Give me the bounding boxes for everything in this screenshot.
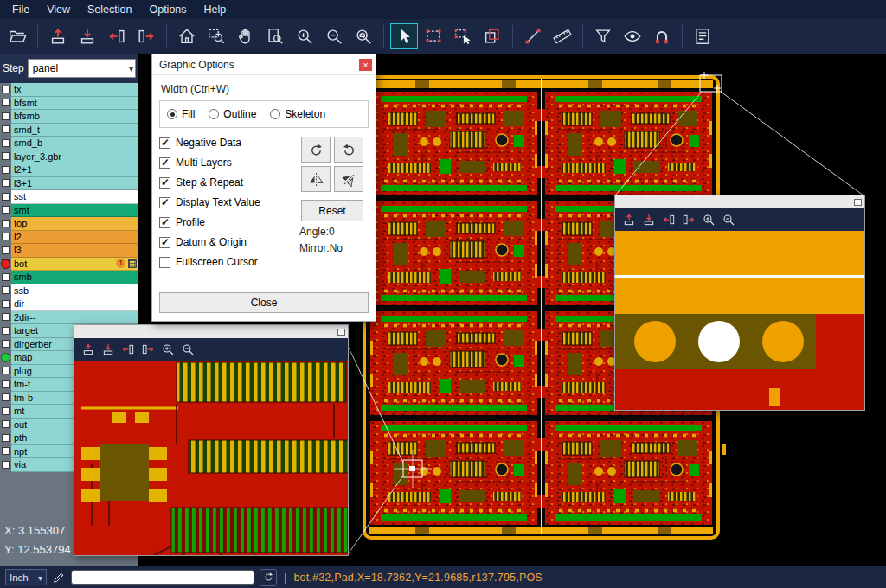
layer-visibility-checkbox[interactable] bbox=[2, 166, 10, 174]
menu-item[interactable]: Options bbox=[140, 0, 195, 19]
layer-visibility-checkbox[interactable] bbox=[2, 125, 10, 133]
zoom-out-button[interactable] bbox=[722, 213, 735, 227]
layer-visibility-checkbox[interactable] bbox=[2, 246, 10, 254]
import-left-button[interactable] bbox=[662, 213, 676, 227]
dialog-title-bar[interactable]: Graphic Options bbox=[152, 54, 376, 75]
snapshot-button[interactable] bbox=[478, 23, 506, 49]
layer-row[interactable]: smd_t bbox=[0, 124, 138, 137]
layer-visibility-checkbox[interactable] bbox=[2, 300, 10, 308]
magnifier-title-bar[interactable] bbox=[615, 195, 864, 208]
zoom-in-button[interactable] bbox=[291, 23, 318, 49]
net-highlight-button[interactable] bbox=[648, 23, 676, 49]
layer-visibility-checkbox[interactable] bbox=[2, 434, 10, 442]
layer-row[interactable]: sst bbox=[0, 190, 138, 204]
layer-row[interactable]: 2dir-- bbox=[0, 311, 138, 325]
layer-row[interactable]: l3 bbox=[0, 244, 138, 258]
export-right-button[interactable] bbox=[132, 23, 160, 49]
layer-visibility-checkbox[interactable] bbox=[2, 112, 10, 120]
layer-visibility-checkbox[interactable] bbox=[2, 286, 10, 294]
layer-row[interactable]: l2 bbox=[0, 231, 138, 245]
marquee-select-button[interactable] bbox=[420, 23, 447, 49]
layer-visibility-checkbox[interactable] bbox=[2, 139, 10, 147]
layer-visibility-checkbox[interactable] bbox=[2, 447, 10, 455]
layer-visibility-checkbox[interactable] bbox=[2, 233, 10, 240]
layer-visibility-checkbox[interactable] bbox=[2, 313, 10, 321]
ruler-button[interactable] bbox=[549, 23, 576, 49]
magnifier-title-bar[interactable] bbox=[74, 325, 348, 338]
zoom-region-button[interactable] bbox=[202, 23, 230, 49]
display-option[interactable]: Multi Layers bbox=[159, 157, 296, 169]
radio-button[interactable] bbox=[270, 109, 280, 119]
checkbox[interactable] bbox=[159, 157, 170, 169]
menu-item[interactable]: Help bbox=[196, 0, 235, 19]
layer-visibility-checkbox[interactable] bbox=[2, 407, 10, 415]
measure-line-button[interactable] bbox=[519, 23, 547, 49]
zoom-in-button[interactable] bbox=[702, 213, 716, 227]
report-button[interactable] bbox=[689, 23, 716, 49]
layer-visibility-checkbox[interactable] bbox=[2, 327, 10, 335]
zoom-previous-button[interactable] bbox=[350, 23, 377, 49]
group-select-button[interactable] bbox=[449, 23, 477, 49]
layer-visibility-checkbox[interactable] bbox=[2, 86, 10, 93]
display-option[interactable]: Step & Repeat bbox=[159, 176, 296, 189]
layer-visibility-checkbox[interactable] bbox=[2, 99, 10, 106]
mirror-diagonal-button[interactable] bbox=[334, 166, 363, 192]
layer-visibility-checkbox[interactable] bbox=[2, 152, 10, 160]
layer-visibility-checkbox[interactable] bbox=[2, 220, 10, 227]
layer-row[interactable]: smb bbox=[0, 271, 138, 284]
radio-button[interactable] bbox=[209, 109, 219, 119]
checkbox[interactable] bbox=[159, 137, 170, 149]
layer-row[interactable]: l3+1 bbox=[0, 177, 138, 191]
display-option[interactable]: Profile bbox=[159, 216, 296, 228]
export-right-button[interactable] bbox=[141, 342, 155, 356]
zoom-sheet-button[interactable] bbox=[261, 23, 289, 49]
display-option[interactable]: Display Text Value bbox=[159, 196, 296, 208]
magnifier-window-b[interactable] bbox=[614, 195, 865, 411]
rotate-ccw-button[interactable] bbox=[334, 137, 363, 163]
step-select[interactable]: panel bbox=[28, 59, 136, 78]
mirror-horizontal-button[interactable] bbox=[301, 166, 331, 192]
magnifier-window-a[interactable] bbox=[74, 324, 349, 556]
layer-visibility-checkbox[interactable] bbox=[2, 393, 10, 401]
rotate-cw-button[interactable] bbox=[301, 137, 331, 163]
layer-row[interactable]: top bbox=[0, 217, 138, 231]
layer-row[interactable]: fx bbox=[0, 83, 138, 97]
zoom-out-button[interactable] bbox=[320, 23, 348, 49]
radio-button[interactable] bbox=[167, 109, 177, 119]
menu-item[interactable]: File bbox=[3, 0, 38, 19]
display-option[interactable]: Negative Data bbox=[159, 137, 296, 149]
layer-row[interactable]: bfsmt bbox=[0, 97, 138, 111]
filter-button[interactable] bbox=[589, 23, 617, 49]
layer-visibility-checkbox[interactable] bbox=[2, 273, 10, 281]
window-restore-icon[interactable] bbox=[337, 329, 345, 336]
menu-item[interactable]: View bbox=[38, 0, 79, 19]
layer-visibility-checkbox[interactable] bbox=[2, 367, 10, 374]
layer-visibility-checkbox[interactable] bbox=[2, 420, 10, 428]
open-file-button[interactable] bbox=[3, 23, 31, 49]
layer-row[interactable]: bfsmb bbox=[0, 110, 138, 124]
magnified-pcb-view[interactable] bbox=[615, 231, 864, 410]
fill-mode-option[interactable]: Fill bbox=[167, 108, 195, 120]
dialog-close-icon[interactable] bbox=[359, 59, 372, 71]
layer-visibility-checkbox[interactable] bbox=[2, 461, 10, 469]
command-input[interactable] bbox=[71, 570, 254, 585]
unit-select[interactable]: Inch bbox=[5, 569, 47, 585]
display-option[interactable]: Fullscreen Cursor bbox=[159, 256, 296, 268]
import-down-button[interactable] bbox=[101, 342, 115, 356]
window-restore-icon[interactable] bbox=[854, 199, 862, 206]
reset-button[interactable]: Reset bbox=[301, 200, 363, 221]
import-down-button[interactable] bbox=[642, 213, 656, 227]
layer-row[interactable]: ssb bbox=[0, 284, 138, 298]
layer-row[interactable]: smd_b bbox=[0, 137, 138, 150]
import-up-button[interactable] bbox=[81, 342, 95, 356]
layer-visibility-checkbox[interactable] bbox=[2, 193, 10, 201]
layer-row[interactable]: dir bbox=[0, 297, 138, 311]
layer-visibility-checkbox[interactable] bbox=[2, 179, 10, 187]
layer-row[interactable]: layer_3.gbr bbox=[0, 150, 138, 164]
zoom-in-button[interactable] bbox=[161, 342, 175, 356]
layer-visibility-checkbox[interactable] bbox=[2, 206, 10, 214]
import-left-button[interactable] bbox=[103, 23, 131, 49]
refresh-button[interactable] bbox=[260, 569, 277, 586]
zoom-out-button[interactable] bbox=[181, 342, 195, 356]
checkbox[interactable] bbox=[159, 177, 170, 189]
